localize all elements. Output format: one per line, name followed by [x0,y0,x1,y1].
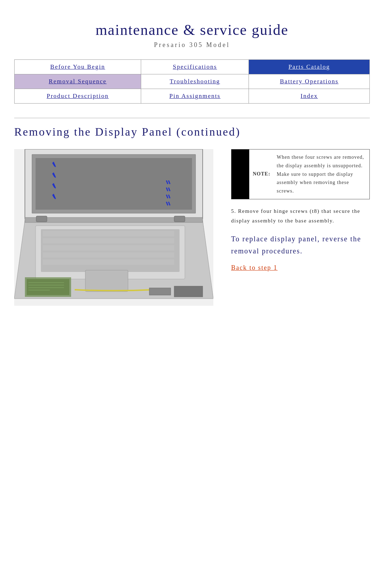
svg-rect-37 [174,216,185,222]
main-title: maintenance & service guide [14,21,370,38]
note-label: NOTE: [249,167,272,182]
nav-battery-operations[interactable]: Battery Operations [249,74,370,89]
svg-rect-39 [174,286,203,297]
laptop-illustration [14,149,213,306]
nav-link-parts-catalog[interactable]: Parts Catalog [288,63,330,70]
nav-link-before-you-begin[interactable]: Before You Begin [50,63,105,70]
svg-rect-5 [43,238,174,243]
svg-rect-9 [85,270,128,292]
nav-product-description[interactable]: Product Description [15,89,141,104]
header: maintenance & service guide Presario 305… [14,21,370,49]
nav-link-troubleshooting[interactable]: Troubleshooting [170,78,220,85]
nav-link-specifications[interactable]: Specifications [173,63,217,70]
note-box: NOTE: When these four screws are removed… [231,149,370,199]
nav-link-product-description[interactable]: Product Description [47,93,108,99]
nav-index[interactable]: Index [249,89,370,104]
image-area [14,149,220,306]
right-area: NOTE: When these four screws are removed… [231,149,370,306]
section-title: Removing the Display Panel (continued) [14,125,370,138]
back-link-container[interactable]: Back to step 1 [231,264,370,272]
nav-table: Before You Begin Specifications Parts Ca… [14,59,370,104]
nav-parts-catalog[interactable]: Parts Catalog [249,60,370,74]
step5-text: 5. Remove four hinge screws (t8) that se… [231,206,370,226]
note-content: When these four screws are removed, the … [272,149,369,199]
back-to-step1-link[interactable]: Back to step 1 [231,264,277,271]
svg-rect-6 [43,245,174,251]
nav-link-index[interactable]: Index [300,93,318,99]
nav-before-you-begin[interactable]: Before You Begin [15,60,141,74]
replace-text: To replace display panel, reverse the re… [231,233,370,257]
nav-link-battery-operations[interactable]: Battery Operations [280,78,338,85]
svg-rect-4 [43,231,174,236]
svg-rect-36 [36,216,47,222]
svg-rect-7 [43,252,174,258]
svg-rect-11 [27,279,69,295]
nav-troubleshooting[interactable]: Troubleshooting [141,74,249,89]
nav-link-removal-sequence[interactable]: Removal Sequence [49,78,107,85]
page-wrapper: maintenance & service guide Presario 305… [0,0,384,320]
note-black-bar [231,149,249,199]
nav-pin-assignments[interactable]: Pin Assignments [141,89,249,104]
svg-rect-38 [149,288,171,295]
content-area: NOTE: When these four screws are removed… [14,149,370,306]
nav-link-pin-assignments[interactable]: Pin Assignments [169,93,220,99]
divider [14,118,370,118]
subtitle: Presario 305 Model [14,41,370,49]
nav-specifications[interactable]: Specifications [141,60,249,74]
nav-removal-sequence[interactable]: Removal Sequence [15,74,141,89]
svg-rect-8 [43,259,174,265]
